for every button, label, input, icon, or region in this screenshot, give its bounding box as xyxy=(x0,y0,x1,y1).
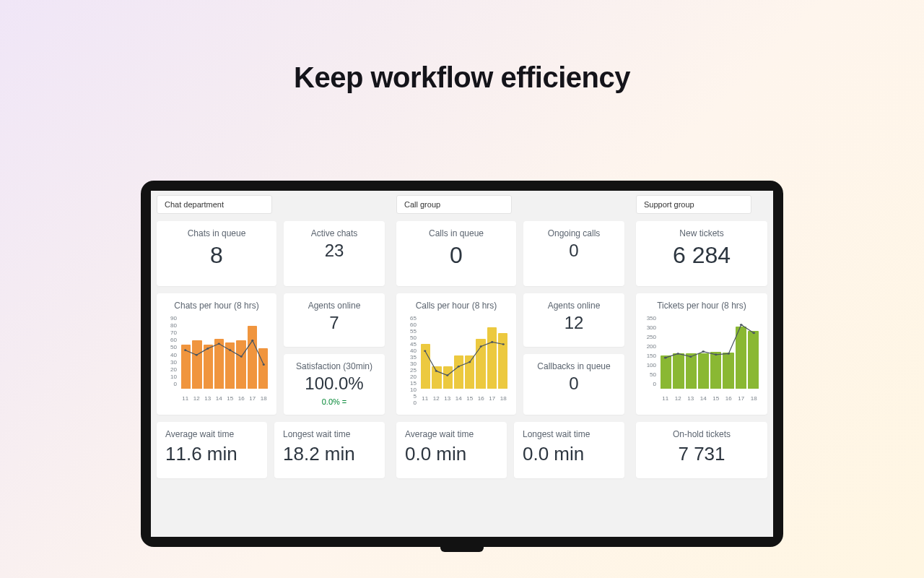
card-avg-wait-chat: Average wait time 11.6 min xyxy=(157,422,267,478)
svg-point-19 xyxy=(702,350,705,353)
card-new-tickets: New tickets 6 284 xyxy=(636,221,767,286)
svg-point-22 xyxy=(740,324,743,326)
column-chat: Chat department Chats in queue 8 Active … xyxy=(151,195,391,537)
svg-point-3 xyxy=(218,342,220,345)
card-callbacks: Callbacks in queue 0 xyxy=(523,354,624,415)
card-value: 12 xyxy=(565,314,584,332)
hero-title: Keep workflow efficiency xyxy=(0,61,924,94)
card-value: 0.0 min xyxy=(523,444,584,465)
card-title: Ongoing calls xyxy=(548,228,601,238)
chart-xaxis: 1112131415161718 xyxy=(419,395,509,402)
chart-title: Chats per hour (8 hrs) xyxy=(164,301,269,311)
column-call: Call group Calls in queue 0 Ongoing call… xyxy=(391,195,630,537)
svg-point-18 xyxy=(689,355,692,358)
svg-point-4 xyxy=(229,349,231,351)
svg-point-10 xyxy=(446,374,448,376)
card-ongoing-calls: Ongoing calls 0 xyxy=(523,221,624,286)
card-title: New tickets xyxy=(679,228,723,238)
card-title: On-hold tickets xyxy=(673,429,731,439)
card-title: Average wait time xyxy=(405,429,474,439)
card-value: 23 xyxy=(325,241,344,260)
dashboard-screen: Chat department Chats in queue 8 Active … xyxy=(151,191,773,537)
card-longest-wait-chat: Longest wait time 18.2 min xyxy=(274,422,385,478)
card-title: Average wait time xyxy=(165,429,234,439)
svg-point-11 xyxy=(458,366,460,368)
svg-point-12 xyxy=(468,361,471,363)
tab-chat-department[interactable]: Chat department xyxy=(157,195,272,214)
svg-point-17 xyxy=(676,353,679,355)
svg-point-14 xyxy=(491,341,493,343)
card-value: 8 xyxy=(210,243,223,268)
svg-point-8 xyxy=(424,350,426,352)
card-title: Agents online xyxy=(308,301,361,311)
tab-call-group[interactable]: Call group xyxy=(396,195,512,214)
chart-xaxis: 1112131415161718 xyxy=(180,395,269,402)
satisfaction-change: 0.0% = xyxy=(322,397,347,406)
svg-point-21 xyxy=(727,353,730,355)
svg-point-6 xyxy=(251,340,253,342)
svg-point-7 xyxy=(263,363,265,366)
card-value: 7 xyxy=(329,314,339,332)
svg-point-15 xyxy=(502,343,505,345)
svg-point-1 xyxy=(196,354,198,356)
svg-point-23 xyxy=(752,332,755,335)
card-value: 7 731 xyxy=(678,444,725,465)
card-title: Agents online xyxy=(548,301,601,311)
svg-point-9 xyxy=(435,370,437,372)
svg-point-13 xyxy=(480,345,482,348)
chart-plot: 1112131415161718 xyxy=(659,315,760,402)
chart-yaxis: 65605550454035302520151050 xyxy=(404,315,417,387)
card-value: 18.2 min xyxy=(283,444,355,465)
card-value: 100.0% xyxy=(305,374,363,393)
chart-yaxis: 350300250200150100500 xyxy=(643,315,656,387)
card-value: 0 xyxy=(450,243,463,268)
card-active-chats: Active chats 23 xyxy=(284,221,385,286)
chart-calls-per-hour: Calls per hour (8 hrs) 65605550454035302… xyxy=(396,293,516,415)
chart-title: Tickets per hour (8 hrs) xyxy=(643,301,760,311)
card-value: 6 284 xyxy=(673,243,731,268)
card-value: 0.0 min xyxy=(405,444,466,465)
card-title: Callbacks in queue xyxy=(537,361,610,371)
card-title: Longest wait time xyxy=(283,429,350,439)
card-value: 0 xyxy=(569,241,578,260)
card-satisfaction: Satisfaction (30min) 100.0% 0.0% = xyxy=(284,354,385,415)
card-title: Calls in queue xyxy=(429,228,484,238)
svg-point-16 xyxy=(664,357,667,359)
svg-point-5 xyxy=(240,355,243,358)
card-avg-wait-call: Average wait time 0.0 min xyxy=(396,422,507,478)
chart-plot: 1112131415161718 xyxy=(180,315,269,402)
card-title: Active chats xyxy=(311,228,358,238)
card-chats-in-queue: Chats in queue 8 xyxy=(157,221,276,286)
svg-point-0 xyxy=(184,349,186,351)
chart-tickets-per-hour: Tickets per hour (8 hrs) 350300250200150… xyxy=(636,293,767,415)
card-agents-online-call: Agents online 12 xyxy=(523,293,624,347)
card-on-hold-tickets: On-hold tickets 7 731 xyxy=(636,422,767,478)
svg-point-20 xyxy=(715,354,718,356)
card-value: 11.6 min xyxy=(165,444,237,465)
device-frame: Chat department Chats in queue 8 Active … xyxy=(141,181,783,547)
chart-chats-per-hour: Chats per hour (8 hrs) 90807060504030201… xyxy=(157,293,276,415)
column-support: Support group New tickets 6 284 Tickets … xyxy=(630,195,773,537)
card-title: Chats in queue xyxy=(188,228,246,238)
svg-point-2 xyxy=(206,348,209,350)
chart-xaxis: 1112131415161718 xyxy=(659,395,760,402)
card-title: Longest wait time xyxy=(523,429,590,439)
chart-plot: 1112131415161718 xyxy=(419,315,509,402)
card-calls-in-queue: Calls in queue 0 xyxy=(396,221,516,286)
tab-support-group[interactable]: Support group xyxy=(636,195,751,214)
card-agents-online-chat: Agents online 7 xyxy=(284,293,385,347)
card-value: 0 xyxy=(569,374,578,393)
card-title: Satisfaction (30min) xyxy=(296,361,372,371)
chart-yaxis: 9080706050403020100 xyxy=(164,315,177,387)
chart-title: Calls per hour (8 hrs) xyxy=(404,301,509,311)
card-longest-wait-call: Longest wait time 0.0 min xyxy=(514,422,624,478)
